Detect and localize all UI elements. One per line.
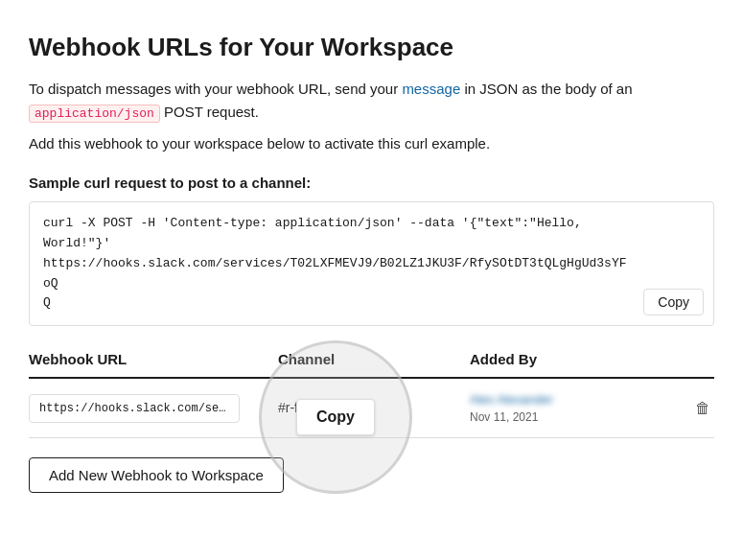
copy-curl-button[interactable]: Copy — [643, 289, 704, 315]
td-webhook-url: https://hooks.slack.com/servic... — [29, 394, 278, 423]
td-channel: #r-feedback — [278, 398, 470, 418]
added-by-name: Alex Alexander — [470, 392, 553, 407]
add-webhook-button[interactable]: Add New Webhook to Workspace — [29, 457, 284, 493]
curl-code: curl -X POST -H 'Content-type: applicati… — [43, 214, 700, 314]
intro-part3: POST request. — [160, 104, 259, 120]
message-link[interactable]: message — [402, 81, 460, 97]
table-header-row: Webhook URL Channel Added By — [29, 349, 714, 379]
th-webhook: Webhook URL — [29, 349, 278, 371]
intro-text: To dispatch messages with your webhook U… — [29, 78, 714, 125]
page-title: Webhook URLs for Your Workspace — [29, 29, 714, 66]
second-para: Add this webhook to your workspace below… — [29, 132, 714, 155]
added-date: Nov 11, 2021 — [470, 408, 691, 426]
curl-box: curl -X POST -H 'Content-type: applicati… — [29, 201, 714, 326]
th-added-by: Added By — [470, 349, 714, 371]
td-added-by: Alex Alexander Nov 11, 2021 — [470, 390, 691, 427]
th-channel: Channel — [278, 349, 470, 371]
webhook-table: Webhook URL Channel Added By https://hoo… — [29, 349, 714, 438]
delete-webhook-button[interactable]: 🗑 — [691, 396, 714, 421]
table-row-wrapper: https://hooks.slack.com/servic... #r-fee… — [29, 379, 714, 439]
page-container: Webhook URLs for Your Workspace To dispa… — [0, 0, 743, 560]
intro-part1: To dispatch messages with your webhook U… — [29, 81, 402, 97]
inline-code: application/json — [29, 105, 160, 123]
webhook-url-display: https://hooks.slack.com/servic... — [29, 394, 240, 423]
curl-section-label: Sample curl request to post to a channel… — [29, 173, 714, 195]
intro-part2: in JSON as the body of an — [460, 81, 632, 97]
table-row: https://hooks.slack.com/servic... #r-fee… — [29, 379, 714, 439]
